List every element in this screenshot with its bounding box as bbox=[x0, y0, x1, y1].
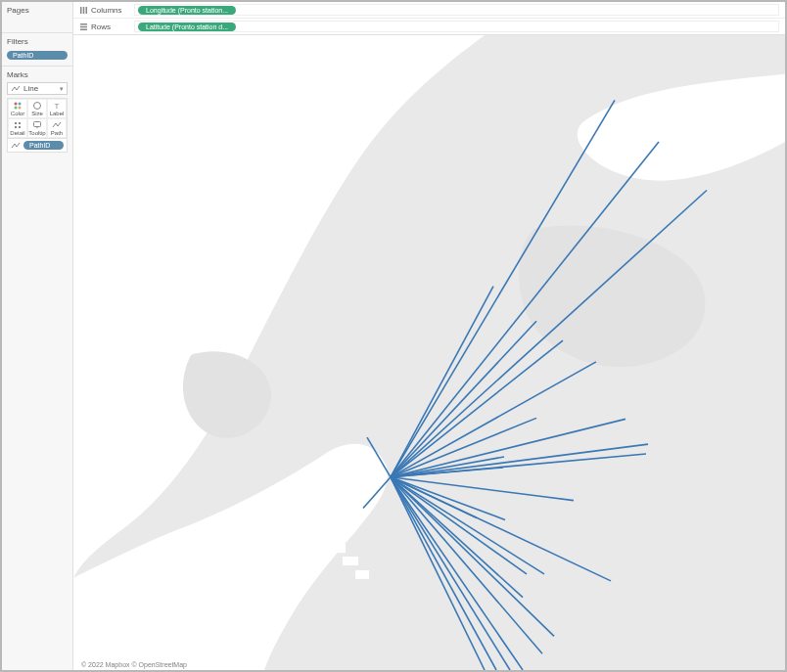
tooltip-icon bbox=[32, 120, 42, 130]
svg-rect-9 bbox=[19, 126, 21, 128]
columns-pill-longitude[interactable]: Longitude (Pronto station... bbox=[138, 6, 236, 15]
marks-card-grid: Color Size T Label bbox=[7, 98, 68, 139]
svg-rect-8 bbox=[15, 126, 17, 128]
filters-panel-title: Filters bbox=[7, 37, 68, 49]
marks-detail-button[interactable]: Detail bbox=[8, 118, 27, 138]
svg-rect-19 bbox=[330, 544, 346, 553]
marks-card-footer: PathID bbox=[7, 139, 68, 153]
rows-shelf-label: Rows bbox=[79, 22, 128, 31]
svg-point-2 bbox=[15, 107, 18, 110]
svg-rect-16 bbox=[80, 28, 87, 30]
tableau-worksheet: Pages Filters PathID Marks Line ▾ bbox=[0, 0, 787, 672]
marks-panel: Marks Line ▾ Color bbox=[2, 67, 72, 158]
side-panels: Pages Filters PathID Marks Line ▾ bbox=[2, 2, 73, 670]
marks-path-button[interactable]: Path bbox=[47, 118, 67, 138]
pages-panel-title: Pages bbox=[7, 6, 68, 18]
color-icon bbox=[13, 101, 23, 111]
svg-rect-15 bbox=[80, 25, 87, 27]
shelves: Columns Longitude (Pronto station... Row… bbox=[73, 2, 785, 35]
rows-shelf-slot[interactable]: Latitude (Pronto station d... bbox=[134, 21, 779, 32]
label-icon: T bbox=[52, 101, 62, 111]
marks-panel-title: Marks bbox=[7, 70, 68, 82]
svg-point-1 bbox=[19, 103, 22, 106]
svg-rect-14 bbox=[80, 23, 87, 25]
svg-rect-10 bbox=[34, 122, 41, 127]
viz-canvas[interactable]: © 2022 Mapbox © OpenStreetMap bbox=[73, 35, 785, 670]
map-svg bbox=[73, 35, 785, 670]
svg-rect-6 bbox=[15, 122, 17, 124]
columns-shelf-label: Columns bbox=[79, 6, 128, 15]
svg-point-4 bbox=[34, 103, 41, 110]
svg-rect-20 bbox=[343, 557, 358, 565]
path-icon bbox=[11, 142, 21, 150]
svg-rect-21 bbox=[355, 570, 369, 579]
rows-pill-latitude[interactable]: Latitude (Pronto station d... bbox=[138, 22, 236, 31]
map-attribution: © 2022 Mapbox © OpenStreetMap bbox=[79, 661, 189, 668]
marks-tooltip-button[interactable]: Tooltip bbox=[27, 118, 47, 138]
svg-point-0 bbox=[15, 103, 18, 106]
svg-rect-22 bbox=[304, 515, 320, 524]
columns-icon bbox=[79, 6, 88, 15]
marks-pill-pathid[interactable]: PathID bbox=[23, 141, 64, 150]
marks-type-label: Line bbox=[23, 84, 38, 93]
main-area: Columns Longitude (Pronto station... Row… bbox=[73, 2, 785, 670]
svg-rect-7 bbox=[19, 122, 21, 124]
filters-panel: Filters PathID bbox=[2, 33, 72, 67]
columns-shelf[interactable]: Columns Longitude (Pronto station... bbox=[73, 2, 785, 19]
size-icon bbox=[32, 101, 42, 111]
svg-rect-12 bbox=[83, 7, 85, 14]
columns-shelf-slot[interactable]: Longitude (Pronto station... bbox=[134, 4, 779, 16]
chevron-down-icon: ▾ bbox=[60, 85, 64, 93]
svg-point-3 bbox=[19, 107, 22, 110]
marks-size-button[interactable]: Size bbox=[27, 99, 47, 118]
path-icon bbox=[52, 120, 62, 130]
rows-icon bbox=[79, 22, 88, 31]
pages-panel: Pages bbox=[2, 2, 72, 33]
svg-rect-11 bbox=[80, 7, 82, 14]
svg-rect-13 bbox=[86, 7, 88, 14]
marks-color-button[interactable]: Color bbox=[8, 99, 27, 118]
line-icon bbox=[11, 85, 21, 93]
marks-label-button[interactable]: T Label bbox=[47, 99, 67, 118]
filter-pill-pathid[interactable]: PathID bbox=[7, 51, 68, 60]
rows-shelf[interactable]: Rows Latitude (Pronto station d... bbox=[73, 19, 785, 34]
svg-text:T: T bbox=[55, 102, 60, 111]
detail-icon bbox=[13, 120, 23, 130]
svg-rect-18 bbox=[318, 529, 336, 539]
marks-type-dropdown[interactable]: Line ▾ bbox=[7, 82, 68, 95]
